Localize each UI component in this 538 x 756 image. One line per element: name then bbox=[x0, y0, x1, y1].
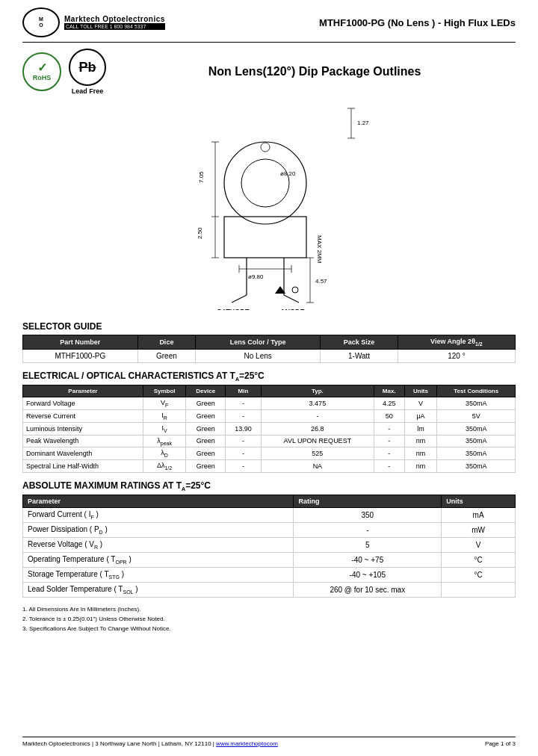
svg-point-4 bbox=[224, 142, 306, 224]
abs-col-units: Units bbox=[442, 495, 516, 508]
svg-text:ø9.80: ø9.80 bbox=[248, 273, 264, 280]
footer-page: Page 1 of 3 bbox=[485, 740, 516, 747]
table-cell: - bbox=[226, 447, 262, 460]
svg-text:2.50: 2.50 bbox=[197, 227, 203, 239]
svg-rect-7 bbox=[224, 217, 306, 258]
table-cell: nm bbox=[404, 460, 437, 473]
leadfree-label: Lead Free bbox=[72, 87, 104, 95]
elec-row: Dominant WavelengthλDGreen-525-nm350mA bbox=[23, 447, 516, 460]
table-cell: 120 ° bbox=[398, 349, 515, 362]
rohs-label: RoHS bbox=[33, 74, 52, 81]
table-cell: - bbox=[226, 409, 262, 422]
header-title: MTHF1000-PG (No Lens ) - High Flux LEDs bbox=[319, 17, 516, 28]
selector-row: MTHF1000-PGGreenNo Lens1-Watt120 ° bbox=[23, 349, 516, 362]
table-cell: Reverse Voltage ( VR ) bbox=[23, 538, 294, 553]
table-cell bbox=[442, 583, 516, 598]
table-cell: lm bbox=[404, 422, 437, 435]
elec-col-typ: Typ. bbox=[261, 385, 374, 397]
svg-text:ø8.20: ø8.20 bbox=[280, 170, 296, 177]
table-cell: 525 bbox=[261, 447, 374, 460]
table-cell: Spectral Line Half-Width bbox=[23, 460, 143, 473]
abs-max-title: ABSOLUTE MAXIMUM RATINGS AT TA=25°C bbox=[22, 480, 516, 492]
abs-row: Power Dissipation ( PD )-mW bbox=[23, 523, 516, 538]
elec-col-test: Test Conditions bbox=[437, 385, 516, 397]
table-cell: Forward Current ( IF ) bbox=[23, 508, 294, 523]
table-cell: mA bbox=[442, 508, 516, 523]
elec-row: Forward VoltageVFGreen-3.4754.25V350mA bbox=[23, 397, 516, 410]
table-cell: Green bbox=[137, 349, 196, 362]
table-cell: 1-Watt bbox=[321, 349, 398, 362]
table-cell: -40 ~ +75 bbox=[294, 553, 442, 568]
svg-point-6 bbox=[261, 143, 270, 152]
notes: 1. All Dimensions Are In Millimeters (In… bbox=[22, 605, 516, 633]
col-pack: Pack Size bbox=[321, 335, 398, 350]
col-dice: Dice bbox=[137, 335, 196, 350]
svg-point-5 bbox=[241, 159, 289, 207]
table-cell: V bbox=[404, 397, 437, 410]
table-cell: MTHF1000-PG bbox=[23, 349, 138, 362]
footer-address: Marktech Optoelectronics | 3 Northway La… bbox=[22, 740, 278, 747]
elec-row: Spectral Line Half-WidthΔλ1/2Green-NA-nm… bbox=[23, 460, 516, 473]
abs-row: Lead Solder Temperature ( TSOL )260 @ fo… bbox=[23, 583, 516, 598]
electrical-table: Parameter Symbol Device Min Typ. Max. Un… bbox=[22, 385, 516, 473]
table-cell: IR bbox=[143, 409, 185, 422]
table-cell: 3.475 bbox=[261, 397, 374, 410]
table-cell: - bbox=[374, 460, 404, 473]
svg-point-28 bbox=[292, 287, 298, 293]
note-line: 2. Tolerance Is ± 0.25(0.01") Unless Oth… bbox=[22, 615, 516, 625]
abs-col-param: Parameter bbox=[23, 495, 294, 508]
diagram-area: 1.27 7.05 2.50 ø8.20 ø9.80 bbox=[22, 101, 516, 310]
table-cell: mW bbox=[442, 523, 516, 538]
header: MO Marktech Optoelectronics CALL TOLL FR… bbox=[22, 7, 516, 43]
svg-line-23 bbox=[232, 295, 247, 303]
elec-col-symbol: Symbol bbox=[143, 385, 185, 397]
elec-col-param: Parameter bbox=[23, 385, 143, 397]
table-cell: °C bbox=[442, 553, 516, 568]
elec-row: Peak WavelengthλpeakGreen-AVL UPON REQUE… bbox=[23, 435, 516, 447]
elec-col-min: Min bbox=[226, 385, 262, 397]
page: MO Marktech Optoelectronics CALL TOLL FR… bbox=[0, 0, 538, 756]
svg-text:ANODE: ANODE bbox=[280, 308, 305, 310]
table-cell: 350mA bbox=[437, 447, 516, 460]
table-cell: Green bbox=[186, 422, 226, 435]
company-logo: MO Marktech Optoelectronics CALL TOLL FR… bbox=[22, 7, 165, 37]
badges-row: ✓ RoHS Pb Lead Free Non Lens(120°) Dip P… bbox=[22, 49, 516, 95]
svg-text:CATHODE: CATHODE bbox=[217, 308, 250, 310]
footer: Marktech Optoelectronics | 3 Northway La… bbox=[22, 737, 516, 747]
table-cell: V bbox=[442, 538, 516, 553]
table-cell: Reverse Current bbox=[23, 409, 143, 422]
table-cell: - bbox=[226, 397, 262, 410]
pb-icon: Pb bbox=[78, 60, 96, 75]
abs-row: Reverse Voltage ( VR )5V bbox=[23, 538, 516, 553]
svg-text:MAX 2MM: MAX 2MM bbox=[316, 235, 323, 264]
abs-row: Operating Temperature ( TOPR )-40 ~ +75°… bbox=[23, 553, 516, 568]
selector-table: Part Number Dice Lens Color / Type Pack … bbox=[22, 335, 516, 363]
elec-col-units: Units bbox=[404, 385, 437, 397]
table-cell: No Lens bbox=[196, 349, 321, 362]
table-cell: 5 bbox=[294, 538, 442, 553]
table-cell: IV bbox=[143, 422, 185, 435]
table-cell: Green bbox=[186, 397, 226, 410]
svg-text:4.57: 4.57 bbox=[315, 278, 327, 285]
table-cell: 350 bbox=[294, 508, 442, 523]
table-cell: 350mA bbox=[437, 422, 516, 435]
company-tollfree: CALL TOLL FREE 1 800 984 5337 bbox=[64, 23, 165, 30]
table-cell: Dominant Wavelength bbox=[23, 447, 143, 460]
logo-text: Marktech Optoelectronics CALL TOLL FREE … bbox=[64, 15, 165, 30]
table-cell: - bbox=[226, 435, 262, 447]
table-cell: Luminous Intensity bbox=[23, 422, 143, 435]
footer-url[interactable]: www.marktechoptocom bbox=[216, 740, 278, 747]
table-cell: μA bbox=[404, 409, 437, 422]
table-cell: - bbox=[374, 447, 404, 460]
col-view: View Angle 2θ1/2 bbox=[398, 335, 515, 350]
abs-header-row: Parameter Rating Units bbox=[23, 495, 516, 508]
table-cell: Operating Temperature ( TOPR ) bbox=[23, 553, 294, 568]
table-cell: AVL UPON REQUEST bbox=[261, 435, 374, 447]
col-part-number: Part Number bbox=[23, 335, 138, 350]
table-cell: λD bbox=[143, 447, 185, 460]
col-lens: Lens Color / Type bbox=[196, 335, 321, 350]
table-cell: Lead Solder Temperature ( TSOL ) bbox=[23, 583, 294, 598]
note-line: 3. Specifications Are Subject To Change … bbox=[22, 625, 516, 634]
table-cell: - bbox=[294, 523, 442, 538]
table-cell: λpeak bbox=[143, 435, 185, 447]
